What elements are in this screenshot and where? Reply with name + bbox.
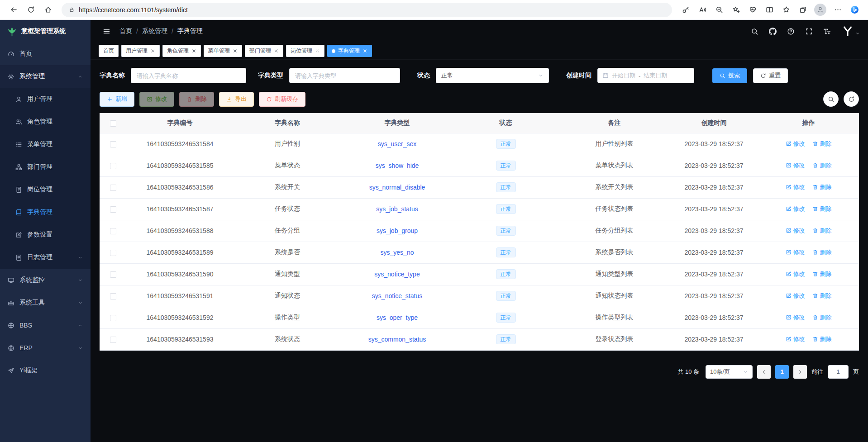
breadcrumb-system[interactable]: 系统管理 [142, 27, 167, 35]
row-edit-button[interactable]: 修改 [786, 205, 805, 213]
favorites-button[interactable] [778, 2, 794, 18]
tab-close-icon[interactable] [274, 48, 279, 53]
dict-type-link[interactable]: sys_yes_no [381, 249, 414, 256]
row-edit-button[interactable]: 修改 [786, 335, 805, 343]
refresh-table-button[interactable] [844, 91, 859, 107]
font-size-button[interactable] [819, 24, 835, 39]
page-1-button[interactable]: 1 [775, 365, 789, 379]
row-delete-button[interactable]: 删除 [812, 314, 832, 322]
row-checkbox[interactable] [110, 250, 116, 256]
row-delete-button[interactable]: 删除 [812, 335, 832, 343]
refresh-cache-button[interactable]: 刷新缓存 [259, 92, 305, 107]
row-checkbox[interactable] [110, 206, 116, 213]
row-delete-button[interactable]: 删除 [812, 248, 832, 257]
dict-type-link[interactable]: sys_normal_disable [369, 184, 425, 191]
search-button[interactable]: 搜索 [712, 68, 747, 83]
row-delete-button[interactable]: 删除 [812, 140, 832, 148]
reset-button[interactable]: 重置 [753, 68, 788, 83]
address-bar[interactable]: https://ccnetcore.com:1101/system/dict [62, 3, 672, 17]
sidebar-item-role-management[interactable]: 角色管理 [0, 110, 91, 133]
row-delete-button[interactable]: 删除 [812, 270, 832, 278]
sidebar-item-yi-framework[interactable]: Yi框架 [0, 359, 91, 382]
browser-essentials-button[interactable] [744, 2, 761, 18]
split-screen-button[interactable] [761, 2, 777, 18]
tab-close-icon[interactable] [150, 48, 155, 53]
row-delete-button[interactable]: 删除 [812, 162, 832, 170]
sidebar-item-home[interactable]: 首页 [0, 43, 91, 65]
row-checkbox[interactable] [110, 185, 116, 191]
sidebar-item-param-settings[interactable]: 参数设置 [0, 223, 91, 246]
row-checkbox[interactable] [110, 271, 116, 278]
sidebar-item-post-management[interactable]: 岗位管理 [0, 178, 91, 201]
row-edit-button[interactable]: 修改 [786, 227, 805, 235]
tab-user[interactable]: 用户管理 [121, 45, 160, 57]
row-edit-button[interactable]: 修改 [786, 292, 805, 300]
sidebar-item-system-management[interactable]: 系统管理 [0, 65, 91, 88]
favorites-add-button[interactable] [728, 2, 744, 18]
profile-avatar[interactable] [814, 4, 826, 16]
edit-button[interactable]: 修改 [139, 92, 174, 107]
row-checkbox[interactable] [110, 337, 116, 343]
tab-home[interactable]: 首页 [99, 45, 119, 57]
dict-type-link[interactable]: sys_job_group [377, 227, 418, 234]
breadcrumb-home[interactable]: 首页 [119, 27, 132, 35]
sidebar-item-system-tools[interactable]: 系统工具 [0, 291, 91, 314]
dict-type-link[interactable]: sys_notice_status [372, 292, 422, 299]
add-button[interactable]: 新增 [100, 92, 134, 107]
sidebar-item-user-management[interactable]: 用户管理 [0, 88, 91, 110]
row-checkbox[interactable] [110, 163, 116, 169]
row-edit-button[interactable]: 修改 [786, 162, 805, 170]
prev-page-button[interactable] [757, 365, 771, 379]
sidebar-item-system-monitor[interactable]: 系统监控 [0, 269, 91, 291]
row-edit-button[interactable]: 修改 [786, 140, 805, 148]
help-button[interactable] [783, 24, 798, 39]
dict-name-input[interactable] [131, 68, 246, 83]
github-button[interactable] [765, 24, 780, 39]
delete-button[interactable]: 删除 [179, 92, 214, 107]
tab-close-icon[interactable] [191, 48, 196, 53]
password-key-button[interactable] [677, 2, 694, 18]
sidebar-item-log-management[interactable]: 日志管理 [0, 246, 91, 269]
export-button[interactable]: 导出 [219, 92, 254, 107]
row-edit-button[interactable]: 修改 [786, 183, 805, 191]
sidebar-item-dict-management[interactable]: 字典管理 [0, 201, 91, 223]
row-checkbox[interactable] [110, 228, 116, 234]
user-menu[interactable] [842, 25, 860, 37]
tab-role[interactable]: 角色管理 [162, 45, 201, 57]
fullscreen-button[interactable] [801, 24, 816, 39]
read-aloud-button[interactable] [694, 2, 711, 18]
tab-menu[interactable]: 菜单管理 [204, 45, 242, 57]
sidebar-toggle-button[interactable] [99, 24, 114, 39]
status-select[interactable]: 正常 [436, 68, 549, 83]
sidebar-item-erp[interactable]: ERP [0, 337, 91, 359]
dict-type-link[interactable]: sys_common_status [368, 336, 426, 343]
row-edit-button[interactable]: 修改 [786, 248, 805, 257]
row-checkbox[interactable] [110, 141, 116, 147]
dict-type-link[interactable]: sys_oper_type [377, 314, 418, 321]
row-delete-button[interactable]: 删除 [812, 227, 832, 235]
zoom-button[interactable] [711, 2, 727, 18]
tab-close-icon[interactable] [362, 48, 367, 53]
sidebar-item-menu-management[interactable]: 菜单管理 [0, 133, 91, 156]
row-edit-button[interactable]: 修改 [786, 314, 805, 322]
tab-dict[interactable]: 字典管理 [327, 45, 372, 57]
row-delete-button[interactable]: 删除 [812, 205, 832, 213]
browser-refresh-button[interactable] [23, 2, 39, 18]
page-size-select[interactable]: 10条/页 [706, 365, 753, 379]
row-delete-button[interactable]: 删除 [812, 292, 832, 300]
tab-close-icon[interactable] [315, 48, 320, 53]
tab-dept[interactable]: 部门管理 [245, 45, 283, 57]
dict-type-link[interactable]: sys_user_sex [378, 140, 417, 147]
next-page-button[interactable] [793, 365, 807, 379]
browser-menu-button[interactable] [830, 2, 846, 18]
dict-type-input[interactable] [289, 68, 400, 83]
date-range-picker[interactable]: 开始日期 - 结束日期 [597, 68, 694, 83]
goto-page-input[interactable] [828, 365, 849, 379]
sidebar-item-bbs[interactable]: BBS [0, 314, 91, 337]
row-delete-button[interactable]: 删除 [812, 183, 832, 191]
dict-type-link[interactable]: sys_show_hide [376, 162, 419, 169]
select-all-checkbox[interactable] [110, 120, 116, 127]
toggle-search-button[interactable] [823, 91, 839, 107]
collections-button[interactable] [795, 2, 811, 18]
browser-back-button[interactable] [5, 2, 22, 18]
